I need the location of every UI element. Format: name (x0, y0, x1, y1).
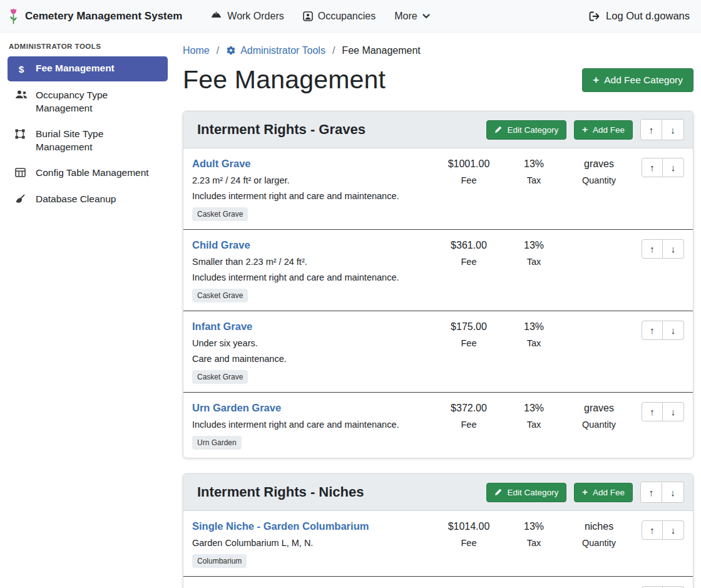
fee-tax-label: Tax (501, 175, 566, 185)
move-category-down-button[interactable]: ↓ (662, 482, 684, 503)
fee-quantity-label: Quantity (566, 538, 632, 548)
add-fee-button[interactable]: + Add Fee (574, 483, 633, 502)
main-content: Home / Administrator Tools / Fee Managem… (175, 33, 701, 588)
fee-name-link[interactable]: Urn Garden Grave (192, 402, 281, 414)
move-fee-up-button[interactable]: ↑ (642, 321, 663, 340)
top-navbar: Cemetery Management System Work Orders O… (0, 0, 701, 33)
breadcrumb-current: Fee Management (342, 45, 420, 56)
fee-type-badge: Columbarium (192, 554, 247, 568)
fee-tax-label: Tax (501, 420, 566, 430)
fee-quantity-label: Quantity (566, 420, 632, 430)
move-fee-down-button[interactable]: ↓ (663, 321, 684, 340)
dollar-icon: $ (15, 63, 28, 76)
fee-tax-col: 13% Tax (501, 158, 566, 185)
table-icon (15, 168, 28, 177)
pencil-icon (494, 126, 502, 133)
fee-name-link[interactable]: Child Grave (192, 239, 250, 251)
fee-row: Urn Garden Grave Includes interment righ… (183, 392, 693, 458)
sidebar-item-burial-site-type-management[interactable]: Burial Site Type Management (8, 122, 168, 159)
sidebar-item-label: Fee Management (36, 62, 115, 75)
app-title: Cemetery Management System (25, 10, 182, 23)
breadcrumb-admin-tools-label: Administrator Tools (240, 45, 325, 56)
fee-quantity-unit: graves (566, 403, 632, 414)
move-fee-down-button[interactable]: ↓ (663, 158, 684, 177)
fee-amount-label: Fee (436, 338, 501, 348)
sidebar-item-label: Database Cleanup (36, 193, 116, 205)
move-category-down-button[interactable]: ↓ (662, 119, 684, 140)
app-brand[interactable]: Cemetery Management System (8, 8, 182, 25)
fee-name-link[interactable]: Infant Grave (192, 321, 252, 333)
fee-amount-label: Fee (436, 257, 501, 267)
fee-description: Smaller than 2.23 m² / 24 ft². (192, 257, 436, 267)
add-fee-label: Add Fee (593, 488, 625, 497)
fee-name-link[interactable]: Single Niche - Garden Columbarium (192, 520, 369, 532)
move-category-up-button[interactable]: ↑ (640, 119, 662, 140)
tulip-logo-icon (8, 8, 19, 25)
sidebar-item-fee-management[interactable]: $ Fee Management (8, 56, 168, 81)
move-fee-up-button[interactable]: ↑ (642, 239, 663, 259)
fee-tax-col: 13% Tax (501, 321, 566, 348)
fee-quantity-label: Quantity (566, 175, 632, 185)
move-fee-down-button[interactable]: ↓ (663, 239, 684, 259)
plus-icon: + (582, 488, 588, 497)
move-fee-down-button[interactable]: ↓ (663, 520, 684, 540)
fee-tax: 13% (501, 158, 566, 170)
breadcrumb-admin-tools-link[interactable]: Administrator Tools (226, 45, 325, 56)
fee-amount-col: $175.00 Fee (436, 321, 501, 348)
move-fee-up-button[interactable]: ↑ (642, 520, 663, 540)
sidebar-item-label: Config Table Management (36, 167, 149, 179)
page-header: Fee Management + Add Fee Category (183, 65, 693, 95)
sidebar-item-database-cleanup[interactable]: Database Cleanup (8, 187, 168, 211)
fee-description: Care and maintenance. (192, 354, 436, 364)
fee-description: 2.23 m² / 24 ft² or larger. (192, 175, 436, 185)
fee-description: Includes interment right and care and ma… (192, 272, 436, 282)
breadcrumb-home-link[interactable]: Home (183, 45, 210, 56)
move-fee-up-button[interactable]: ↑ (642, 158, 663, 177)
fee-quantity-unit: niches (566, 521, 632, 532)
sidebar-item-label: Burial Site Type Management (36, 128, 160, 153)
fee-type-badge: Urn Garden (192, 436, 242, 450)
fee-amount: $175.00 (436, 321, 501, 333)
add-fee-category-label: Add Fee Category (604, 75, 683, 86)
nav-occupancies[interactable]: Occupancies (294, 6, 386, 27)
fee-tax-label: Tax (501, 338, 566, 348)
move-fee-down-button[interactable]: ↓ (663, 402, 684, 421)
fee-reorder-group: ↑ ↓ (642, 321, 684, 340)
edit-category-button[interactable]: Edit Category (486, 483, 566, 502)
fee-tax: 13% (501, 521, 566, 532)
edit-category-label: Edit Category (507, 125, 558, 135)
category-card-niches: Interment Rights - Niches Edit Category … (183, 473, 693, 588)
fee-row: Adult Grave 2.23 m² / 24 ft² or larger. … (183, 148, 693, 229)
fee-quantity-unit: graves (566, 158, 632, 170)
breadcrumb-separator: / (332, 45, 335, 56)
fee-type-badge: Casket Grave (192, 289, 248, 302)
fee-row: Companion Niche - Garden Columbarium Gar… (183, 576, 693, 588)
fee-amount: $1014.00 (436, 521, 501, 532)
fee-description: Under six years. (192, 338, 436, 348)
fee-amount-label: Fee (436, 420, 501, 430)
fee-reorder-group: ↑ ↓ (642, 520, 684, 540)
page-title: Fee Management (183, 65, 386, 95)
nav-work-orders[interactable]: Work Orders (201, 6, 293, 27)
fee-tax-label: Tax (501, 257, 566, 267)
edit-category-button[interactable]: Edit Category (486, 120, 566, 140)
breadcrumb: Home / Administrator Tools / Fee Managem… (183, 45, 693, 56)
fee-description: Garden Columbarium L, M, N. (192, 538, 436, 548)
nav-work-orders-label: Work Orders (227, 11, 284, 22)
fee-description: Includes interment right and care and ma… (192, 191, 436, 201)
fee-amount-col: $372.00 Fee (436, 402, 501, 430)
sidebar-item-occupancy-type-management[interactable]: Occupancy Type Management (8, 83, 168, 120)
logout-link[interactable]: Log Out d.gowans (589, 10, 690, 22)
add-fee-category-button[interactable]: + Add Fee Category (582, 68, 693, 92)
fee-name-link[interactable]: Adult Grave (192, 158, 251, 170)
fee-amount: $372.00 (436, 403, 501, 414)
nav-more[interactable]: More (385, 6, 439, 27)
category-header: Interment Rights - Graves Edit Category … (183, 111, 693, 148)
fee-type-badge: Casket Grave (192, 207, 248, 221)
move-fee-up-button[interactable]: ↑ (642, 402, 663, 421)
fee-amount-label: Fee (436, 538, 501, 548)
sidebar-item-config-table-management[interactable]: Config Table Management (8, 161, 168, 185)
add-fee-button[interactable]: + Add Fee (574, 120, 633, 140)
fee-tax-col: 13% Tax (501, 520, 566, 548)
move-category-up-button[interactable]: ↑ (640, 482, 662, 503)
